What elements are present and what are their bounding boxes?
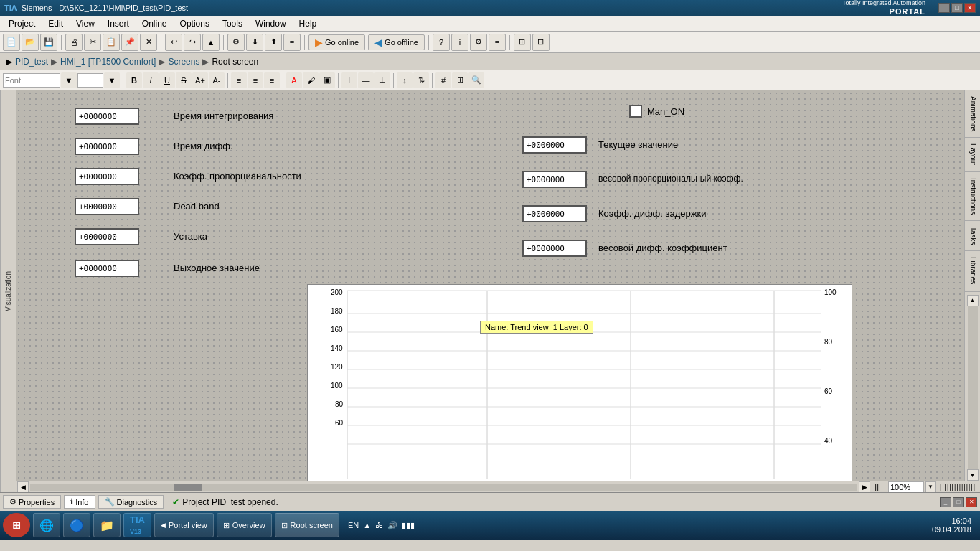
align-left-button[interactable]: ≡ <box>231 72 247 88</box>
properties-tab[interactable]: ⚙ Properties <box>3 495 61 509</box>
menu-online[interactable]: Online <box>136 17 173 30</box>
align-center-button[interactable]: ≡ <box>248 72 263 88</box>
canvas-area[interactable]: +0000000 Время интегрирования +0000000 В… <box>16 90 964 481</box>
taskbar-ie-btn[interactable]: 🌐 <box>33 513 60 537</box>
go-online-button[interactable]: ▶ Go online <box>308 34 365 50</box>
diagnostics-tab[interactable]: 🔧 Diagnostics <box>98 495 164 509</box>
taskbar-tia-btn[interactable]: TIAV13 <box>123 513 151 537</box>
panels-btn[interactable]: ⊞ <box>514 34 531 51</box>
animations-tab[interactable]: Animations <box>965 90 980 138</box>
restore-button[interactable]: □ <box>951 3 963 13</box>
menu-view[interactable]: View <box>70 17 100 30</box>
field-diff-time[interactable]: +0000000 <box>75 138 139 155</box>
up-button[interactable]: ▲ <box>202 34 220 51</box>
taskbar-folder-btn[interactable]: 📁 <box>93 513 121 537</box>
field-deadband[interactable]: +0000000 <box>75 198 139 215</box>
field-output[interactable]: +0000000 <box>75 260 139 277</box>
help-button[interactable]: ? <box>433 34 450 51</box>
compile-button[interactable]: ⚙ <box>227 34 245 51</box>
zoom-input[interactable] <box>888 481 924 493</box>
settings-btn[interactable]: ⚙ <box>470 34 487 51</box>
paste-button[interactable]: 📌 <box>121 34 138 51</box>
font-name-input[interactable] <box>3 73 60 88</box>
visualization-tab[interactable]: Visualization <box>0 90 16 492</box>
underline-button[interactable]: U <box>159 72 175 88</box>
libraries-tab[interactable]: Libraries <box>965 251 980 291</box>
bc-item-3[interactable]: Screens <box>168 57 199 67</box>
print-button[interactable]: 🖨 <box>65 34 83 51</box>
status-restore-btn[interactable]: □ <box>953 497 964 507</box>
dec-font-button[interactable]: A- <box>209 72 225 88</box>
vert-scroll-down[interactable]: ▼ <box>967 469 979 481</box>
font-list-btn[interactable]: ▼ <box>61 72 77 88</box>
download-button[interactable]: ⬇ <box>246 34 263 51</box>
bc-item-2[interactable]: HMI_1 [TP1500 Comfort] <box>60 57 156 67</box>
upload-button[interactable]: ⬆ <box>265 34 282 51</box>
close-button[interactable]: ✕ <box>964 3 976 13</box>
cut-button[interactable]: ✂ <box>84 34 101 51</box>
bc-item-4[interactable]: Root screen <box>212 57 258 67</box>
copy-button[interactable]: 📋 <box>103 34 120 51</box>
menu-help[interactable]: Help <box>293 17 323 30</box>
menu-tools[interactable]: Tools <box>217 17 248 30</box>
align-right-button[interactable]: ≡ <box>264 72 280 88</box>
vert-center-button[interactable]: ⊥ <box>374 72 390 88</box>
menu-edit[interactable]: Edit <box>42 17 69 30</box>
info-tab[interactable]: ℹ Info <box>64 495 95 509</box>
font-size-input[interactable] <box>77 73 103 88</box>
font-color-button[interactable]: A <box>286 72 302 88</box>
field-diff-delay[interactable]: +0000000 <box>522 205 587 222</box>
field-current-val[interactable]: +0000000 <box>522 136 587 154</box>
new-button[interactable]: 📄 <box>3 34 20 51</box>
grid-button[interactable]: # <box>435 72 451 88</box>
menu-window[interactable]: Window <box>250 17 292 30</box>
status-minimize-btn[interactable]: _ <box>940 497 951 507</box>
italic-button[interactable]: I <box>143 72 159 88</box>
menu-project[interactable]: Project <box>3 17 41 30</box>
layout-tab[interactable]: Layout <box>965 138 980 171</box>
field-prop-coef[interactable]: +0000000 <box>75 168 139 185</box>
bg-color-button[interactable]: 🖌 <box>303 72 319 88</box>
save-button[interactable]: 💾 <box>40 34 57 51</box>
redo-button[interactable]: ↪ <box>184 34 201 51</box>
bc-item-1[interactable]: PID_test <box>15 57 48 67</box>
vert-scroll-up[interactable]: ▲ <box>967 295 979 306</box>
menu-options[interactable]: Options <box>174 17 215 30</box>
root-screen-btn[interactable]: ⊡ Root screen <box>275 513 339 537</box>
minimize-button[interactable]: _ <box>938 3 950 13</box>
compare-button[interactable]: ≡ <box>283 34 301 51</box>
instructions-tab[interactable]: Instructions <box>965 172 980 221</box>
horiz-line-button[interactable]: — <box>358 72 374 88</box>
taskbar-chrome-btn[interactable]: 🔵 <box>63 513 90 537</box>
resize-handle[interactable]: ||||||||||||||| <box>937 484 979 491</box>
tasks-tab[interactable]: Tasks <box>965 221 980 252</box>
scroll-left-button[interactable]: ◀ <box>17 481 29 493</box>
more-btn[interactable]: ≡ <box>489 34 506 51</box>
bold-button[interactable]: B <box>126 72 142 88</box>
inc-font-button[interactable]: A+ <box>192 72 208 88</box>
info-button[interactable]: i <box>451 34 468 51</box>
field-setpoint[interactable]: +0000000 <box>75 228 139 245</box>
field-weight-diff[interactable]: +0000000 <box>522 240 587 257</box>
text-rotate-button[interactable]: ↕ <box>397 72 413 88</box>
zoom-dropdown-btn[interactable]: ▼ <box>925 481 936 493</box>
size-list-btn[interactable]: ▼ <box>104 72 120 88</box>
field-integ-time[interactable]: +0000000 <box>75 108 139 125</box>
mirror-button[interactable]: ⇅ <box>413 72 429 88</box>
menu-insert[interactable]: Insert <box>102 17 135 30</box>
overview-btn[interactable]: ⊞ Overview <box>217 513 272 537</box>
layout-btn[interactable]: ⊟ <box>532 34 550 51</box>
undo-button[interactable]: ↩ <box>165 34 182 51</box>
checkbox-man-on[interactable] <box>629 105 642 118</box>
align-top-button[interactable]: ⊤ <box>341 72 357 88</box>
zoom-button[interactable]: 🔍 <box>468 72 484 88</box>
strikethrough-button[interactable]: S <box>176 72 192 88</box>
start-button[interactable]: ⊞ <box>3 513 30 537</box>
scroll-right-button[interactable]: ▶ <box>859 481 870 493</box>
scroll-thumb[interactable] <box>174 484 202 491</box>
portal-view-btn[interactable]: ◀ Portal view <box>154 513 214 537</box>
snap-button[interactable]: ⊞ <box>452 72 468 88</box>
delete-button[interactable]: ✕ <box>140 34 157 51</box>
status-close-btn[interactable]: ✕ <box>966 497 977 507</box>
border-color-button[interactable]: ▣ <box>319 72 335 88</box>
